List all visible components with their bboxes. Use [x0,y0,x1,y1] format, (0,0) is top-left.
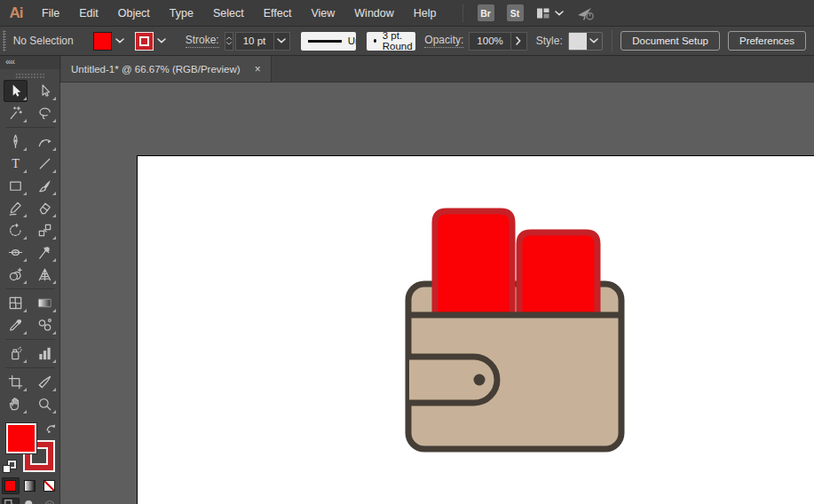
document-area: Untitled-1* @ 66.67% (RGB/Preview) × [60,56,814,504]
width-icon [7,244,24,261]
menu-window[interactable]: Window [344,0,403,27]
brush-definition-value: 3 pt. Round [383,32,415,51]
stroke-color-swatch[interactable] [135,32,154,51]
chevron-down-icon[interactable] [115,38,124,43]
type-tool[interactable]: T [4,153,28,175]
tool-flyout-indicator [23,119,27,122]
scale-tool[interactable] [33,219,57,241]
pen-tool[interactable] [4,130,28,153]
mesh-tool[interactable] [4,292,28,314]
shape-builder-tool[interactable] [4,264,28,286]
fill-color-swatch[interactable] [93,32,112,51]
menu-help[interactable]: Help [404,0,447,27]
blend-tool[interactable] [33,314,57,336]
column-graph-tool[interactable] [33,343,57,365]
wallet-artwork[interactable] [391,195,648,461]
rectangle-tool[interactable] [4,175,28,197]
menu-type[interactable]: Type [160,0,203,27]
stroke-weight-stepper[interactable] [225,32,233,51]
hand-tool[interactable] [4,393,28,415]
gradient-button[interactable] [21,477,39,494]
stepper-up-icon[interactable] [225,36,233,40]
paintbrush-tool[interactable] [33,175,57,197]
direct-selection-tool[interactable] [33,80,57,102]
slice-icon [36,374,53,390]
draw-normal-button[interactable] [2,498,20,504]
puppet-warp-tool[interactable] [33,241,57,264]
menu-object[interactable]: Object [108,0,160,27]
close-tab-icon[interactable]: × [255,64,261,75]
stepper-down-icon[interactable] [225,42,233,45]
chevron-down-icon[interactable] [157,38,166,43]
eraser-tool[interactable] [33,197,57,219]
magic-wand-tool[interactable] [4,102,28,124]
tool-flyout-indicator [23,236,27,240]
graphic-style-swatch[interactable] [569,33,587,50]
toolbar-grip[interactable] [15,73,45,78]
width-profile-dropdown[interactable]: Uniform [301,32,357,51]
toolbar-collapse-button[interactable]: «« [0,56,59,69]
controlbar-grip[interactable] [3,30,6,51]
shaper-tool[interactable] [4,197,28,219]
brush-definition-dropdown[interactable]: 3 pt. Round [367,32,415,51]
chevron-down-icon [555,11,564,16]
opacity-field[interactable]: 100% [469,32,526,51]
fill-color-widget[interactable] [93,32,128,51]
document-tab-title[interactable]: Untitled-1* @ 66.67% (RGB/Preview) [71,64,241,75]
slice-tool[interactable] [33,371,57,393]
curvature-tool[interactable] [33,130,57,153]
menu-edit[interactable]: Edit [69,0,108,27]
menu-select[interactable]: Select [203,0,254,27]
draw-behind-button[interactable] [21,498,39,504]
line-segment-tool[interactable] [33,153,57,175]
rotate-tool[interactable] [4,219,28,241]
selection-tool[interactable] [4,80,28,102]
stroke-weight-field[interactable]: 10 pt [235,32,290,51]
tool-flyout-indicator [52,214,56,217]
eyedropper-icon [7,317,24,334]
tool-flyout-indicator [23,214,27,217]
chevron-down-icon[interactable] [589,38,598,43]
bridge-icon[interactable]: Br [478,4,494,21]
tool-flyout-indicator [23,331,27,335]
illustrator-window: Ai FileEditObjectTypeSelectEffectViewWin… [0,0,814,504]
opacity-value[interactable]: 100% [470,35,510,46]
lasso-tool[interactable] [33,102,57,124]
preferences-button[interactable]: Preferences [728,31,806,51]
artboard-icon [7,374,24,390]
stroke-weight-value[interactable]: 10 pt [236,35,273,46]
stroke-color-widget[interactable] [135,32,170,51]
graphic-style-dropdown[interactable] [568,32,603,51]
stock-icon[interactable]: St [507,4,524,21]
shaper-icon [7,200,24,217]
zoom-tool[interactable] [33,393,57,415]
default-fill-stroke-icon[interactable] [3,461,17,474]
none-button[interactable] [41,477,59,494]
perspective-grid-tool[interactable] [33,264,57,286]
menu-file[interactable]: File [32,0,69,27]
menu-effect[interactable]: Effect [254,0,302,27]
gpu-performance-icon[interactable] [576,5,596,21]
chevron-right-icon[interactable] [516,36,521,45]
fill-stroke-indicator [0,421,59,474]
symbol-sprayer-tool[interactable] [4,343,28,365]
menu-view[interactable]: View [301,0,344,27]
chevron-down-icon[interactable] [277,38,286,43]
gradient-tool[interactable] [33,292,57,314]
width-tool[interactable] [4,241,28,264]
color-button[interactable] [2,477,20,494]
opacity-label[interactable]: Opacity: [424,34,463,48]
stroke-weight-label[interactable]: Stroke: [186,34,219,48]
draw-inside-button[interactable] [41,498,59,504]
document-setup-button[interactable]: Document Setup [620,31,720,51]
menu-bar: Ai FileEditObjectTypeSelectEffectViewWin… [0,0,814,27]
fill-indicator[interactable] [6,423,36,453]
artboard-tool[interactable] [4,371,28,393]
canvas[interactable] [60,83,814,504]
magic-wand-icon [7,105,24,122]
document-tab[interactable]: Untitled-1* @ 66.67% (RGB/Preview) × [61,56,272,82]
workspace-switcher[interactable] [536,7,564,20]
eyedropper-tool[interactable] [4,314,28,336]
swap-fill-stroke-icon[interactable] [45,421,57,437]
tool-flyout-indicator [23,169,27,173]
